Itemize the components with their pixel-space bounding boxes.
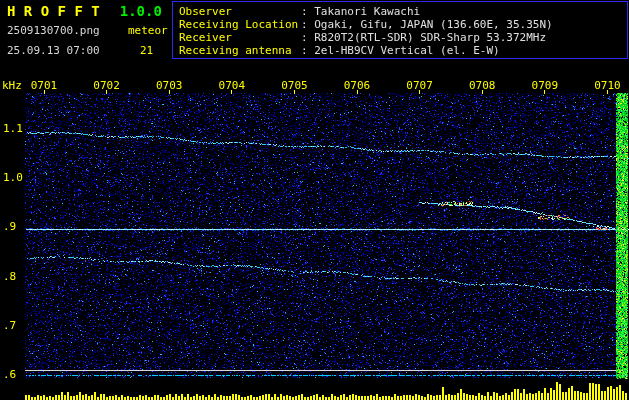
freq-axis-label: .9 — [3, 220, 16, 233]
info-label: Receiving Location — [179, 18, 301, 31]
time-axis-label: 0701 — [31, 79, 58, 92]
observation-datetime: 25.09.13 07:00 — [7, 44, 100, 57]
app-title-row: H R O F F T1.0.0 — [7, 3, 162, 19]
app-title: H R O F F T — [7, 3, 100, 19]
time-axis-label: 0709 — [532, 79, 559, 92]
info-row: Receiving Location: Ogaki, Gifu, JAPAN (… — [179, 18, 627, 31]
time-axis-label: 0703 — [156, 79, 183, 92]
info-row: Observer: Takanori Kawachi — [179, 5, 627, 18]
time-axis-label: 0710 — [594, 79, 621, 92]
time-axis-label: 0702 — [93, 79, 120, 92]
freq-axis-label: .6 — [3, 368, 16, 381]
khz-unit-label: kHz — [2, 79, 22, 92]
time-axis-label: 0705 — [281, 79, 308, 92]
freq-axis-label: 1.1 — [3, 122, 23, 135]
freq-axis-label: 1.0 — [3, 171, 23, 184]
info-value: : R820T2(RTL-SDR) SDR-Sharp 53.372MHz — [301, 31, 546, 44]
app-version: 1.0.0 — [120, 3, 162, 19]
freq-axis-label: .8 — [3, 269, 16, 282]
info-value: : 2el-HB9CV Vertical (el. E-W) — [301, 44, 500, 57]
spectrogram-canvas — [0, 0, 629, 400]
info-label: Observer — [179, 5, 301, 18]
info-value: : Takanori Kawachi — [301, 5, 420, 18]
meteor-count: 21 — [140, 44, 153, 57]
mode-label: meteor — [128, 24, 168, 37]
info-value: : Ogaki, Gifu, JAPAN (136.60E, 35.35N) — [301, 18, 553, 31]
time-axis-label: 0708 — [469, 79, 496, 92]
time-axis-label: 0706 — [344, 79, 371, 92]
freq-axis-label: .7 — [3, 318, 16, 331]
info-label: Receiver — [179, 31, 301, 44]
observer-info-box: Observer: Takanori KawachiReceiving Loca… — [172, 1, 628, 59]
info-row: Receiver: R820T2(RTL-SDR) SDR-Sharp 53.3… — [179, 31, 627, 44]
output-filename: 2509130700.png — [7, 24, 100, 37]
time-axis-label: 0707 — [406, 79, 433, 92]
time-axis-label: 0704 — [219, 79, 246, 92]
hrofft-window: H R O F F T1.0.0 2509130700.png meteor 2… — [0, 0, 629, 400]
info-row: Receiving antenna: 2el-HB9CV Vertical (e… — [179, 44, 627, 57]
info-label: Receiving antenna — [179, 44, 301, 57]
